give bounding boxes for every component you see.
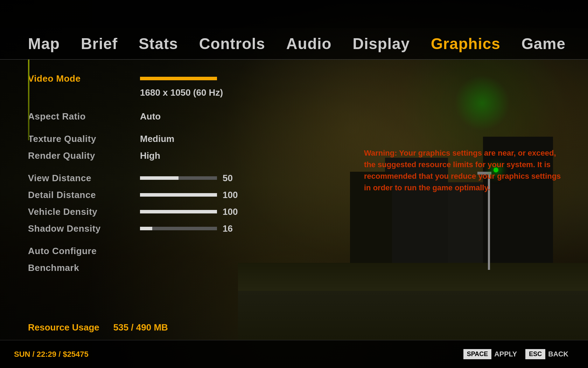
bottom-bar: SUN / 22:29 / $25475 SPACE APPLY ESC BAC…	[0, 340, 588, 368]
detail-distance-value: 100	[223, 190, 238, 200]
benchmark-label[interactable]: Benchmark	[28, 263, 140, 273]
shadow-density-slider[interactable]: 16	[140, 223, 233, 234]
video-mode-row: Video Mode	[28, 70, 560, 87]
back-label: BACK	[548, 350, 568, 358]
video-mode-value: 588 x 368 (60 Hz)	[140, 87, 223, 98]
texture-quality-row: Texture Quality Medium	[28, 130, 560, 147]
shadow-density-row: Shadow Density 16	[28, 220, 560, 237]
esc-key-badge[interactable]: ESC	[525, 349, 545, 359]
shadow-density-label: Shadow Density	[28, 223, 140, 234]
aspect-ratio-label: Aspect Ratio	[28, 111, 140, 122]
texture-quality-value[interactable]: Medium	[140, 134, 174, 144]
nav-menu: Map Brief Stats Controls Audio Display G…	[0, 28, 588, 60]
video-mode-fill	[140, 77, 217, 80]
view-distance-value: 50	[223, 173, 233, 184]
texture-quality-label: Texture Quality	[28, 134, 140, 144]
auto-configure-row: Auto Configure	[28, 243, 560, 259]
video-mode-value-row: 588 x 368 (60 Hz)	[28, 86, 560, 102]
video-mode-label: Video Mode	[28, 73, 140, 84]
detail-distance-slider[interactable]: 100	[140, 190, 238, 200]
warning-text: Warning: Your graphics settings are near…	[364, 147, 567, 193]
status-text: SUN / 22:29 / $25475	[14, 350, 463, 359]
video-mode-track	[140, 77, 217, 80]
bottom-controls: SPACE APPLY ESC BACK	[463, 349, 574, 359]
resource-usage-row: Resource Usage 535 / 490 MB	[28, 322, 168, 333]
vehicle-density-slider[interactable]: 100	[140, 206, 238, 217]
view-distance-slider[interactable]: 50	[140, 173, 233, 184]
render-quality-value[interactable]: High	[140, 150, 160, 161]
view-distance-label: View Distance	[28, 173, 140, 184]
shadow-density-fill	[140, 227, 152, 230]
space-key-badge[interactable]: SPACE	[463, 349, 492, 359]
nav-graphics[interactable]: Graphics	[431, 35, 500, 53]
shadow-density-value: 16	[223, 223, 233, 234]
vehicle-density-value: 100	[223, 206, 238, 217]
detail-distance-fill	[140, 193, 217, 197]
nav-display[interactable]: Display	[352, 35, 410, 53]
main-content: Video Mode 588 x 368 (60 Hz) Aspect Ra…	[0, 60, 588, 340]
nav-game[interactable]: Game	[522, 35, 566, 53]
vehicle-density-track	[140, 210, 217, 213]
view-distance-fill	[140, 176, 178, 180]
nav-audio[interactable]: Audio	[286, 35, 332, 53]
aspect-ratio-row: Aspect Ratio Auto	[28, 108, 560, 125]
vehicle-density-label: Vehicle Density	[28, 206, 140, 217]
benchmark-row: Benchmark	[28, 259, 560, 276]
top-bar	[0, 0, 588, 28]
aspect-ratio-value[interactable]: Auto	[140, 111, 161, 122]
left-accent-line	[28, 60, 29, 140]
detail-distance-label: Detail Distance	[28, 190, 140, 200]
vehicle-density-fill	[140, 210, 217, 213]
apply-label: APPLY	[494, 350, 517, 358]
nav-brief[interactable]: Brief	[81, 35, 118, 53]
detail-distance-track	[140, 193, 217, 197]
nav-stats[interactable]: Stats	[139, 35, 178, 53]
shadow-density-track	[140, 227, 217, 230]
vehicle-density-row: Vehicle Density 100	[28, 203, 560, 220]
video-mode-slider[interactable]	[140, 77, 217, 80]
render-quality-label: Render Quality	[28, 150, 140, 161]
view-distance-track	[140, 176, 217, 180]
resource-label: Resource Usage	[28, 322, 99, 333]
nav-map[interactable]: Map	[28, 35, 60, 53]
resource-value: 535 / 490 MB	[113, 322, 168, 333]
auto-configure-label[interactable]: Auto Configure	[28, 246, 140, 257]
nav-controls[interactable]: Controls	[199, 35, 265, 53]
